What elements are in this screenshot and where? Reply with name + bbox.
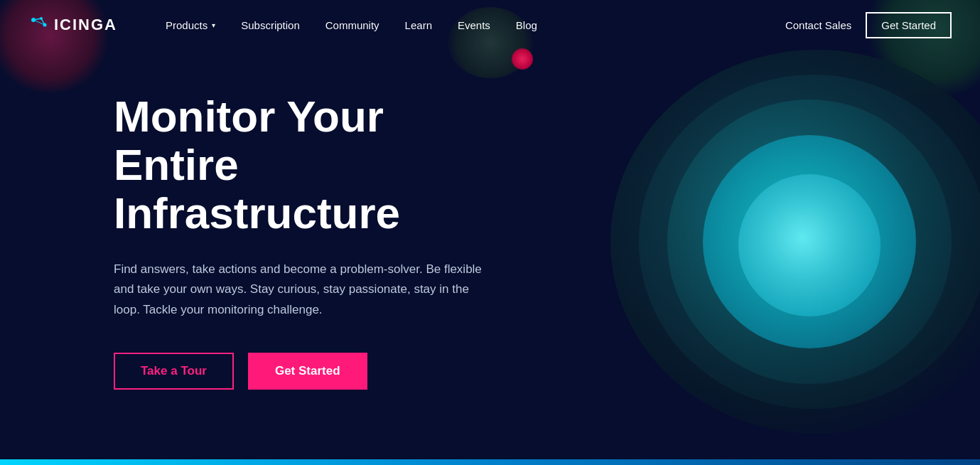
navigation: icinga Products ▾ Subscription Community…	[0, 0, 980, 50]
chevron-down-icon: ▾	[212, 21, 215, 29]
get-started-hero-button[interactable]: Get Started	[248, 353, 367, 390]
nav-learn[interactable]: Learn	[392, 0, 445, 50]
take-a-tour-button[interactable]: Take a Tour	[114, 353, 234, 390]
circle-outer-2	[639, 75, 980, 409]
icinga-logo-icon	[28, 15, 48, 35]
nav-subscription[interactable]: Subscription	[228, 0, 313, 50]
right-illustration	[596, 36, 980, 448]
circle-inner	[703, 135, 916, 348]
nav-right: Contact Sales Get Started	[785, 12, 952, 38]
nav-events[interactable]: Events	[445, 0, 503, 50]
logo-text: icinga	[54, 16, 117, 34]
nav-links: Products ▾ Subscription Community Learn …	[153, 0, 785, 50]
nav-community[interactable]: Community	[313, 0, 392, 50]
get-started-nav-button[interactable]: Get Started	[866, 12, 952, 38]
nav-blog[interactable]: Blog	[503, 0, 550, 50]
logo[interactable]: icinga	[28, 15, 117, 35]
hero-section: Monitor Your Entire Infrastructure Find …	[0, 50, 497, 390]
hero-title: Monitor Your Entire Infrastructure	[114, 92, 497, 238]
hero-subtitle: Find answers, take actions and become a …	[114, 260, 497, 321]
bg-blob-pink-dot	[512, 48, 533, 70]
circle-highlight	[738, 174, 881, 316]
hero-buttons: Take a Tour Get Started	[114, 353, 497, 390]
circle-outer-1	[610, 50, 980, 434]
nav-products[interactable]: Products ▾	[153, 0, 228, 50]
contact-sales-link[interactable]: Contact Sales	[785, 19, 851, 31]
bottom-bar	[0, 459, 980, 465]
circle-mid	[667, 100, 952, 384]
